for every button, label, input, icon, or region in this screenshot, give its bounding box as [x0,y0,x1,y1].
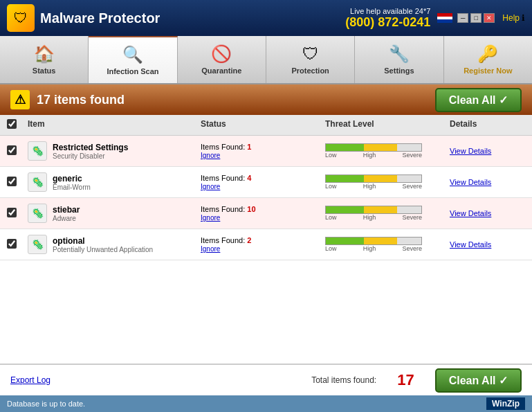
view-details-1[interactable]: View Details [450,147,491,155]
results-table: Item Status Threat Level Details 🦠 Restr… [0,115,532,364]
maximize-button[interactable]: □ [470,13,481,23]
status-cell-2: Items Found: 4 Ignore [201,174,325,190]
row-checkbox-cell [7,145,28,157]
item-cell-4: 🦠 optional Potentially Unwanted Applicat… [28,235,201,254]
view-details-4[interactable]: View Details [450,240,491,249]
flag-icon [437,13,452,23]
row-checkbox-4[interactable] [7,239,17,249]
scan-icon: 🔍 [122,45,143,64]
threat-severe-4 [397,238,421,244]
row-checkbox-cell [7,208,28,220]
nav-item-protection[interactable]: 🛡 Protection [266,36,355,83]
item-type-4: Potentially Unwanted Application [53,246,153,253]
winzip-brand: WinZip [486,397,525,410]
nav-item-quarantine[interactable]: 🚫 Quarantine [178,36,266,83]
item-name-3: stiebar [53,205,80,215]
threat-labels-4: Low High Severe [325,245,422,252]
help-icon: ℹ [522,13,525,23]
select-all-checkbox[interactable] [7,119,17,129]
threat-severe-2 [397,175,421,182]
view-details-2[interactable]: View Details [450,178,491,186]
details-cell-4: View Details [450,240,532,249]
nav-label-infection-scan: Infection Scan [107,67,158,75]
threat-high-4 [364,238,397,244]
threat-bar-1 [325,143,422,152]
protection-icon: 🛡 [302,44,319,64]
item-cell-1: 🦠 Restricted Settings Security Disabler [28,141,201,161]
threat-high-1 [364,144,397,151]
status-cell-3: Items Found: 10 Ignore [201,205,325,222]
ignore-link-4[interactable]: Ignore [201,245,220,253]
window-controls: ─ □ ✕ Help ℹ [437,13,525,23]
threat-cell-4: Low High Severe [325,237,450,252]
threat-bar-2 [325,174,422,183]
details-cell-2: View Details [450,177,532,187]
found-count-4: 2 [247,236,251,244]
row-checkbox-3[interactable] [7,208,17,217]
home-icon: 🏠 [34,44,55,64]
item-cell-2: 🦠 generic Email-Worm [28,172,201,192]
nav-item-settings[interactable]: 🔧 Settings [355,36,443,83]
close-button[interactable]: ✕ [484,13,495,23]
threat-low-3 [326,206,364,213]
found-count-3: 10 [247,205,255,213]
malware-icon-3: 🦠 [28,204,47,223]
nav-label-status: Status [33,66,56,75]
item-name-2: generic [53,174,91,183]
col-threat: Threat Level [325,119,450,131]
logo-icon: 🛡 [14,10,28,26]
malware-icon-1: 🦠 [28,141,47,161]
settings-icon: 🔧 [389,44,410,64]
nav-label-register: Register Now [464,66,512,75]
ignore-link-1[interactable]: Ignore [201,152,220,159]
threat-bar-3 [325,206,422,214]
ignore-link-3[interactable]: Ignore [201,214,220,222]
export-log-link[interactable]: Export Log [10,375,51,385]
nav-item-infection-scan[interactable]: 🔍 Infection Scan [89,36,177,83]
threat-severe-3 [397,206,421,213]
item-type-2: Email-Worm [53,183,91,191]
view-details-3[interactable]: View Details [450,209,491,217]
status-message: Database is up to date. [7,400,85,408]
warning-icon: ⚠ [10,90,30,109]
nav-item-register[interactable]: 🔑 Register Now [444,36,532,83]
item-type-1: Security Disabler [53,152,128,160]
malware-icon-4: 🦠 [28,235,47,254]
status-bar: Database is up to date. WinZip [0,395,532,412]
threat-bar-4 [325,237,422,245]
nav-item-status[interactable]: 🏠 Status [0,36,89,83]
row-checkbox-1[interactable] [7,145,17,155]
help-button[interactable]: Help [502,13,520,23]
item-name-1: Restricted Settings [53,143,128,152]
clean-all-button-bottom[interactable]: Clean All ✓ [435,368,522,393]
col-item: Item [28,119,201,131]
ignore-link-2[interactable]: Ignore [201,183,220,190]
threat-high-3 [364,206,397,213]
threat-high-2 [364,175,397,182]
minimize-button[interactable]: ─ [457,13,468,23]
table-row: 🦠 optional Potentially Unwanted Applicat… [0,229,532,260]
live-help-text: Live help available 24*7 [345,7,430,15]
table-body: 🦠 Restricted Settings Security Disabler … [0,136,532,323]
col-status: Status [201,119,325,131]
nav-label-settings: Settings [384,66,414,75]
table-row: 🦠 Restricted Settings Security Disabler … [0,136,532,167]
threat-labels-1: Low High Severe [325,152,422,159]
alert-text: 17 items found [37,93,435,107]
navigation-bar: 🏠 Status 🔍 Infection Scan 🚫 Quarantine 🛡… [0,36,532,84]
app-logo: 🛡 [7,4,35,32]
status-cell-4: Items Found: 2 Ignore [201,236,325,253]
quarantine-icon: 🚫 [211,44,232,64]
threat-labels-2: Low High Severe [325,183,422,190]
item-cell-3: 🦠 stiebar Adware [28,204,201,223]
item-type-3: Adware [53,215,80,222]
status-cell-1: Items Found: 1 Ignore [201,143,325,159]
total-items-label: Total items found: [311,375,376,385]
app-title: Malware Protector [40,10,345,26]
main-content: ⚠ 17 items found Clean All ✓ Item Status… [0,84,532,395]
phone-number: (800) 872-0241 [345,15,430,30]
row-checkbox-2[interactable] [7,177,17,186]
item-name-4: optional [53,236,153,246]
alert-bar: ⚠ 17 items found Clean All ✓ [0,84,532,115]
clean-all-button-top[interactable]: Clean All ✓ [435,88,522,112]
